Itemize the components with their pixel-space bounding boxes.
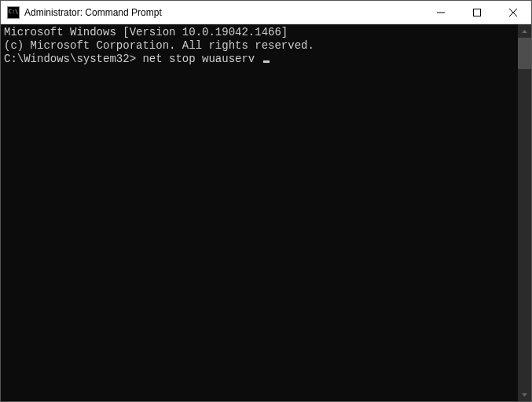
scroll-up-button[interactable] [518,24,531,38]
close-button[interactable] [495,1,531,24]
window-title: Administrator: Command Prompt [24,7,162,18]
command-text: net stop wuauserv [142,53,255,65]
window-controls [423,1,531,24]
maximize-icon [473,9,481,16]
scroll-down-button[interactable] [518,388,531,401]
cmd-icon: C:\ [7,6,20,19]
maximize-button[interactable] [459,1,495,24]
vertical-scrollbar[interactable] [518,24,531,401]
titlebar[interactable]: C:\ Administrator: Command Prompt [1,1,531,24]
prompt-line: C:\Windows\system32> net stop wuauserv [4,53,515,66]
text-cursor [263,60,270,63]
chevron-up-icon [522,30,527,33]
scroll-thumb[interactable] [518,38,531,69]
copyright-line: (c) Microsoft Corporation. All rights re… [4,39,515,53]
titlebar-left: C:\ Administrator: Command Prompt [1,6,423,19]
close-icon [509,9,517,16]
prompt-text: C:\Windows\system32> [4,53,136,65]
chevron-down-icon [522,393,527,397]
svg-rect-1 [474,9,481,16]
terminal-output[interactable]: Microsoft Windows [Version 10.0.19042.14… [1,24,518,401]
command-prompt-window: C:\ Administrator: Command Prompt Micros… [0,0,532,402]
version-line: Microsoft Windows [Version 10.0.19042.14… [4,26,515,39]
svg-marker-4 [522,30,527,33]
cmd-icon-text: C:\ [9,9,19,15]
minimize-button[interactable] [423,1,459,24]
minimize-icon [437,9,445,16]
svg-marker-5 [522,393,527,397]
client-area: Microsoft Windows [Version 10.0.19042.14… [1,24,531,401]
